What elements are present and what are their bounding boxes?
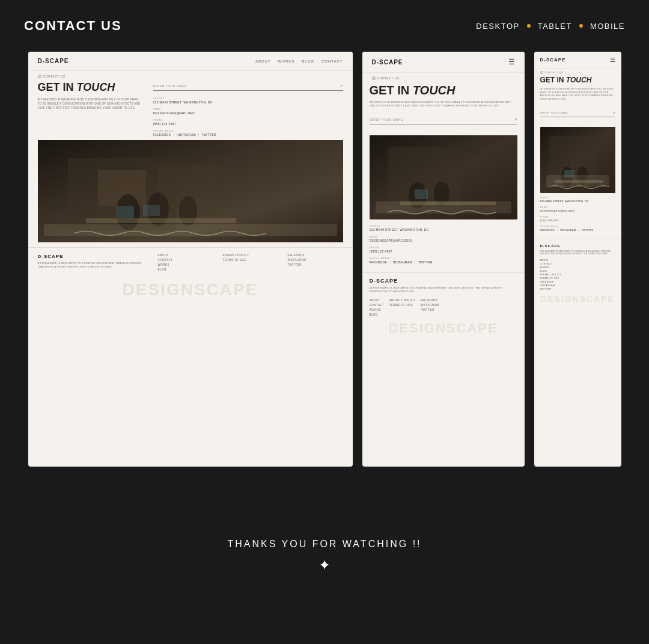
desktop-office-image [38, 140, 343, 242]
footer-privacy[interactable]: PRIVACY POLICY [223, 254, 278, 257]
tablet-footer-instagram[interactable]: INSTAGRAM [421, 304, 439, 307]
desktop-nav-links: ABOUT WORKS BLOG CONTACT [255, 60, 343, 63]
tablet-footer-twitter[interactable]: TWITTER [421, 308, 439, 311]
tablet-label[interactable]: TABLET [538, 22, 572, 31]
mobile-footer-logo: D-SCAPE [540, 244, 615, 248]
mobile-label[interactable]: MOBILE [590, 22, 625, 31]
mobile-footer-instagram[interactable]: INSTAGRAM [540, 284, 615, 287]
mobile-title-plain: GET IN [540, 76, 564, 84]
footer-contact[interactable]: CONTACT [158, 259, 213, 262]
email-label: EMAIL [153, 108, 343, 111]
title-plain: GET IN [38, 81, 74, 93]
nav-works[interactable]: WORKS [278, 60, 295, 63]
mobile-footer-works[interactable]: WORKS [540, 266, 615, 269]
desktop-logo: D-SCAPE [38, 58, 69, 64]
footer-brand: D-SCAPE DESIGNSCAPE IS DEDICATED TO CREA… [38, 254, 148, 273]
tablet-office-image [370, 135, 517, 219]
tablet-footer-desc: DESIGNSCAPE IS DEDICATED TO CREATING MOD… [370, 286, 517, 294]
mobile-footer-desc: DESIGNSCAPE IS DEDICATED TO CREATING MOD… [540, 250, 615, 256]
email-placeholder: ENTER YOUR EMAIL [153, 84, 187, 88]
mobile-footer-twitter[interactable]: TWITTER [540, 288, 615, 290]
facebook-link[interactable]: FACEBOOK [153, 133, 171, 136]
tablet-twitter[interactable]: TWITTER [418, 260, 433, 264]
desktop-hero: GET IN TOUCH INTERESTED IN WORKING WITH … [28, 82, 353, 140]
mobile-street-item: STREET 123 MAIN STREET, WASHINGTON, DC [540, 197, 615, 203]
desktop-label[interactable]: DESKTOP [476, 22, 519, 31]
footer-terms[interactable]: TERMS OF USE [223, 259, 278, 262]
svg-rect-10 [143, 205, 160, 216]
nav-about[interactable]: ABOUT [255, 60, 271, 63]
tablet-hero-title: GET IN TOUCH [370, 84, 517, 97]
tablet-footer-facebook[interactable]: FACEBOOK [421, 299, 439, 302]
mobile-logo: D-SCAPE [540, 57, 566, 63]
street-label: STREET [153, 97, 343, 100]
email-item: EMAIL DESIGNSCAPE@ARC.DESI [153, 108, 343, 115]
mobile-facebook[interactable]: FACEBOOK [540, 228, 555, 232]
mobile-footer-terms[interactable]: TERMS OF USE [540, 277, 615, 280]
breadcrumb-icon: i [38, 75, 41, 78]
mobile-twitter[interactable]: TWITTER [582, 228, 594, 232]
twitter-link[interactable]: TWITTER [202, 133, 216, 136]
mobile-email-input[interactable]: ENTER YOUR EMAIL ↗ [540, 109, 615, 117]
mobile-email-wrap: ENTER YOUR EMAIL ↗ [534, 109, 621, 127]
tablet-phone-value: (555) 123-4567 [370, 250, 517, 253]
desktop-email-input[interactable]: ENTER YOUR EMAIL ↗ [153, 82, 343, 91]
nav-blog[interactable]: BLOG [302, 60, 314, 63]
footer-blog[interactable]: BLOG [158, 268, 213, 271]
tablet-hamburger-icon[interactable]: ☰ [508, 58, 515, 66]
footer-facebook[interactable]: FACEBOOK [288, 254, 343, 257]
mobile-instagram[interactable]: INSTAGRAM [560, 228, 576, 232]
svg-rect-24 [564, 170, 574, 177]
footer-col-3: FACEBOOK INSTAGRAM TWITTER [288, 254, 343, 273]
mobile-email-arrow-icon: ↗ [612, 111, 615, 115]
thanks-text: THANKS YOU FOR WATCHING !! [0, 539, 649, 550]
svg-rect-23 [555, 180, 603, 183]
mobile-email-placeholder: ENTER YOUR EMAIL [540, 111, 568, 114]
mobile-footer-facebook[interactable]: FACEBOOK [540, 281, 615, 283]
mobile-social-links: FACEBOOK | INSTAGRAM | TWITTER [540, 228, 615, 232]
mobile-footer-blog[interactable]: BLOG [540, 270, 615, 272]
tablet-footer-works[interactable]: WORKS [370, 308, 385, 311]
tablet-breadcrumb-text: CONTACT US [377, 76, 400, 80]
footer-twitter[interactable]: TWITTER [288, 263, 343, 266]
instagram-link[interactable]: INSTAGRAM [177, 133, 196, 136]
tablet-title-plain: GET IN [370, 84, 410, 97]
footer-works[interactable]: WORKS [158, 263, 213, 266]
tablet-contact-info: STREET 123 MAIN STREET, WASHINGTON, DC E… [362, 224, 525, 272]
mobile-footer-privacy[interactable]: PRIVACY POLICY [540, 274, 615, 276]
tablet-footer-terms[interactable]: TERMS OF USE [389, 304, 415, 307]
mobile-footer-about[interactable]: ABOUT [540, 259, 615, 262]
social-item: SOCIAL MEDIA FACEBOOK | INSTAGRAM | TWIT… [153, 129, 343, 136]
tablet-email-input[interactable]: ENTER YOUR EMAIL ↗ [370, 115, 517, 124]
mobile-email-label: EMAIL [540, 206, 615, 209]
dot-1 [527, 24, 531, 28]
footer-instagram[interactable]: INSTAGRAM [288, 259, 343, 262]
mockup-area: D-SCAPE ABOUT WORKS BLOG CONTACT i CONTA… [0, 52, 649, 503]
tablet-email-item: EMAIL DESIGNSCAPE@ARC.DESI [370, 235, 517, 242]
tablet-footer-privacy[interactable]: PRIVACY POLICY [389, 299, 415, 302]
mobile-image-wrap [534, 127, 621, 197]
mobile-footer-contact[interactable]: CONTACT [540, 263, 615, 265]
tablet-phone-item: PHONE (555) 123-4567 [370, 246, 517, 253]
tablet-footer-about[interactable]: ABOUT [370, 299, 385, 302]
tablet-facebook[interactable]: FACEBOOK [370, 260, 388, 264]
footer-about[interactable]: ABOUT [158, 254, 213, 257]
mobile-hamburger-icon[interactable]: ☰ [610, 57, 615, 63]
tablet-mockup: D-SCAPE ☰ i CONTACT US GET IN TOUCH INTE… [362, 52, 525, 467]
tablet-footer-contact[interactable]: CONTACT [370, 304, 385, 307]
email-value: DESIGNSCAPE@ARC.DESI [153, 111, 343, 115]
tablet-footer-col-2: PRIVACY POLICY TERMS OF USE [389, 299, 415, 318]
mobile-street-value: 123 MAIN STREET, WASHINGTON, DC [540, 200, 615, 203]
tablet-footer-blog[interactable]: BLOG [370, 313, 385, 316]
tablet-email-value: DESIGNSCAPE@ARC.DESI [370, 239, 517, 242]
tablet-hero-desc: INTERESTED IN WORKING WITH DESIGNSCAPE? … [370, 100, 517, 108]
page-title: CONTACT US [24, 18, 122, 34]
tablet-social-links: FACEBOOK | INSTAGRAM | TWITTER [370, 260, 517, 264]
tablet-email-placeholder: ENTER YOUR EMAIL [370, 118, 404, 121]
star-icon: ✦ [0, 557, 649, 574]
tablet-instagram[interactable]: INSTAGRAM [393, 260, 412, 264]
nav-contact[interactable]: CONTACT [321, 60, 343, 63]
breadcrumb-text: CONTACT US [43, 75, 66, 78]
social-links: FACEBOOK | INSTAGRAM | TWITTER [153, 133, 343, 136]
tablet-street-label: STREET [370, 224, 517, 227]
